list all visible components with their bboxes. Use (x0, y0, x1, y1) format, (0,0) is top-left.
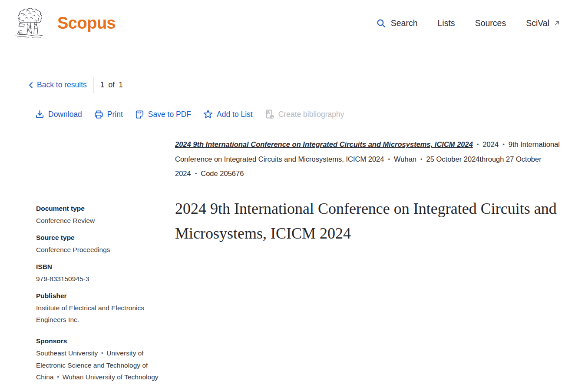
create-bibliography-label: Create bibliography (278, 110, 344, 119)
sponsor-item: Southeast University (36, 349, 98, 357)
download-icon (35, 110, 45, 119)
save-to-pdf-button[interactable]: PDF Save to PDF (135, 110, 191, 119)
nav-sources[interactable]: Sources (475, 18, 506, 28)
top-nav: Search Lists Sources SciVal (376, 18, 560, 29)
download-button[interactable]: Download (35, 110, 82, 119)
nav-search-label: Search (391, 18, 418, 28)
bullet-separator: • (502, 141, 505, 148)
elsevier-tree-logo[interactable] (13, 8, 46, 39)
document-actions-toolbar: Download Print PDF Save to PDF Add to Li… (35, 109, 588, 119)
result-pagination: 1 of 1 (100, 80, 123, 90)
source-title-link[interactable]: 2024 9th International Conference on Int… (175, 140, 473, 148)
download-label: Download (48, 110, 82, 119)
source-code: Code 205676 (201, 169, 244, 177)
add-to-list-button[interactable]: Add to List (203, 109, 253, 119)
bullet-separator: • (388, 156, 390, 163)
pagination-current: 1 (100, 80, 105, 90)
results-navigation: Back to results 1 of 1 (28, 77, 588, 93)
bibliography-icon (264, 109, 275, 119)
nav-lists-label: Lists (438, 18, 455, 28)
nav-sources-label: Sources (475, 18, 506, 28)
divider (93, 77, 93, 93)
nav-scival-label: SciVal (526, 18, 549, 28)
detail-sponsors: Sponsors Southeast University•University… (36, 335, 165, 383)
detail-label: Document type (36, 202, 165, 215)
print-button[interactable]: Print (94, 110, 123, 119)
svg-text:PDF: PDF (136, 111, 142, 114)
detail-isbn: ISBN 979-833150945-3 (36, 260, 165, 285)
detail-value: 979-833150945-3 (36, 273, 165, 285)
source-location: Wuhan (394, 155, 416, 163)
save-to-pdf-label: Save to PDF (148, 110, 191, 119)
print-label: Print (107, 110, 123, 119)
nav-scival[interactable]: SciVal (526, 18, 560, 28)
detail-value: Conference Review (36, 215, 165, 226)
document-main: 2024 9th International Conference on Int… (175, 137, 583, 246)
detail-label: ISBN (36, 260, 165, 273)
detail-value: Conference Proceedings (36, 244, 165, 256)
source-year: 2024 (482, 140, 499, 148)
document-details-sidebar: Document type Conference Review Source t… (36, 202, 165, 385)
nav-lists[interactable]: Lists (438, 18, 455, 28)
star-icon (203, 109, 213, 119)
detail-document-type: Document type Conference Review (36, 202, 165, 226)
printer-icon (94, 110, 104, 119)
detail-source-type: Source type Conference Proceedings (36, 231, 165, 256)
detail-label: Sponsors (36, 335, 165, 347)
header: Scopus Search Lists Sources SciVal (0, 0, 588, 41)
back-to-results-link[interactable]: Back to results (28, 80, 87, 90)
search-icon (376, 18, 386, 29)
bullet-separator: • (101, 350, 103, 356)
nav-search[interactable]: Search (376, 18, 418, 29)
pagination-total: 1 (119, 80, 123, 90)
bullet-separator: • (420, 156, 423, 163)
detail-value: Institute of Electrical and Electronics … (36, 302, 165, 325)
create-bibliography-button[interactable]: Create bibliography (264, 109, 344, 119)
scopus-wordmark[interactable]: Scopus (57, 14, 116, 33)
bullet-separator: • (57, 374, 59, 380)
document-title: 2024 9th International Conference on Int… (175, 196, 562, 246)
detail-label: Source type (36, 231, 165, 244)
detail-label: Publisher (36, 289, 165, 302)
sponsor-item: Wuhan University of Technology (63, 373, 159, 381)
document-content: Document type Conference Review Source t… (0, 137, 588, 385)
add-to-list-label: Add to List (217, 110, 253, 119)
detail-publisher: Publisher Institute of Electrical and El… (36, 289, 165, 325)
chevron-left-icon (28, 81, 34, 89)
sponsors-list: Southeast University•University of Elect… (36, 347, 165, 383)
bullet-separator: • (195, 170, 197, 177)
back-to-results-label: Back to results (37, 80, 87, 90)
source-info-line: 2024 9th International Conference on Int… (175, 137, 581, 181)
external-link-icon (554, 20, 560, 27)
bullet-separator: • (477, 141, 479, 148)
pdf-icon: PDF (135, 110, 145, 119)
pagination-of: of (109, 80, 115, 90)
